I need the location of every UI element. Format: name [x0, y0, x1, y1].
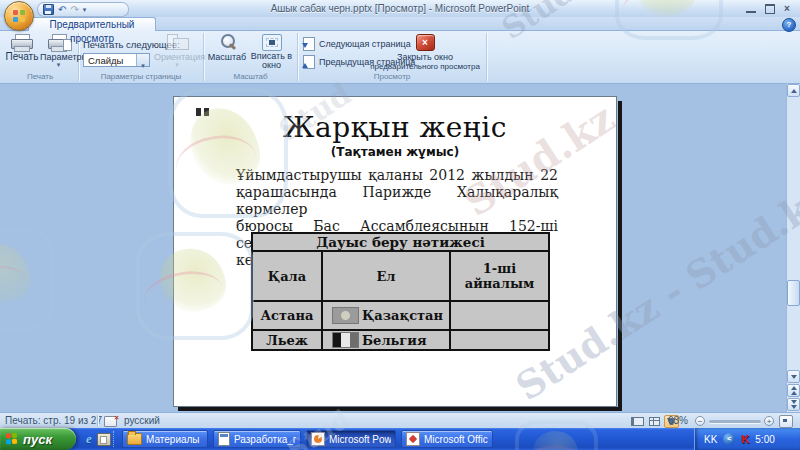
page-shadow [618, 101, 622, 411]
print-status: Печать: стр. 19 из 27 [5, 415, 102, 426]
table-row: Астана Қазақстан [252, 301, 549, 330]
scroll-up-button[interactable] [787, 84, 800, 97]
paragraph-line: Ұйымдастырушы қаланы 2012 жылдын 22 [236, 167, 558, 184]
folder-icon [127, 433, 142, 445]
column-header-city: Қала [252, 251, 322, 301]
powerpoint-print-preview-window: Ашык сабак черн.pptx [Просмотр] - Micros… [0, 0, 800, 450]
slide-subtitle: (Тақтамен жұмыс) [174, 145, 616, 159]
ribbon: Печать Параметры ▾ Печать Печатать следу… [0, 31, 800, 84]
taskbar-item-document[interactable]: Разработка_готовы... [213, 430, 301, 448]
scroll-down-button[interactable] [787, 370, 800, 383]
paragraph-line: қарашасында Парижде Халықаралық көрмелер [236, 184, 558, 218]
picture-manager-icon [406, 432, 420, 446]
group-label-page-setup: Параметры страницы [79, 72, 203, 81]
printer-options-icon [48, 34, 70, 51]
group-label-preview: Просмотр [298, 72, 486, 81]
dropdown-arrow-icon: ▾ [40, 62, 77, 68]
country-cell: Бельгия [322, 330, 450, 350]
taskbar-item-powerpoint[interactable]: Microsoft PowerPoint ... [306, 430, 396, 448]
slide-title: Жарқын жеңіс [174, 111, 616, 144]
zoom-out-button[interactable]: − [695, 416, 705, 426]
close-preview-icon: × [416, 34, 435, 51]
kazakhstan-flag [332, 307, 359, 324]
taskbar: пуск e Материалы Разработка_готовы... Mi… [0, 428, 800, 450]
print-what-value: Слайды [84, 54, 136, 66]
slide-sorter-view-button[interactable] [647, 415, 662, 428]
fit-slide-to-window-button[interactable] [779, 415, 793, 428]
close-print-preview-button[interactable]: × Закрыть окно предварительного просмотр… [368, 34, 482, 72]
window-controls: × [746, 3, 794, 14]
page-shadow [178, 407, 622, 411]
status-bar: Печать: стр. 19 из 27 × русский 63% − + [0, 412, 800, 428]
fit-to-window-icon [262, 34, 282, 51]
help-icon[interactable]: ? [782, 18, 796, 32]
document-icon [218, 432, 230, 446]
next-page-icon [303, 37, 315, 51]
office-logo-icon [13, 10, 25, 22]
taskbar-item-picture-manager[interactable]: Microsoft Office Pictu... [401, 430, 493, 448]
table-row: Льеж Бельгия [252, 330, 549, 350]
minimize-button[interactable] [746, 4, 756, 13]
zoom-slider-track[interactable] [709, 420, 761, 424]
combo-arrow-icon[interactable]: ▾ [136, 54, 149, 66]
belgium-flag [332, 332, 359, 348]
system-tray: KK < K 5:00 [694, 428, 800, 450]
previous-slide-button[interactable] [787, 384, 800, 397]
group-label-zoom: Масштаб [204, 72, 297, 81]
qat-customize-icon[interactable]: ▾ [83, 5, 87, 15]
zoom-button[interactable]: Масштаб [207, 34, 247, 72]
internet-explorer-icon[interactable]: e [82, 432, 96, 446]
close-window-button[interactable]: × [784, 4, 794, 13]
tab-print-preview[interactable]: Предварительный просмотр [28, 17, 156, 31]
country-cell: Қазақстан [322, 301, 450, 330]
taskbar-item-materials[interactable]: Материалы [122, 430, 208, 448]
zoom-in-button[interactable]: + [764, 416, 774, 426]
office-button[interactable] [4, 1, 34, 31]
group-zoom: Масштаб Вписать в окно Масштаб [204, 33, 298, 81]
redo-icon[interactable]: ↷ [70, 5, 78, 15]
dropdown-arrow-icon: ▾ [154, 62, 200, 68]
city-cell: Льеж [252, 330, 322, 350]
previous-page-icon [303, 55, 315, 69]
column-header-country: Ел [322, 251, 450, 301]
orientation-icon [166, 34, 188, 51]
start-button[interactable]: пуск [0, 428, 76, 450]
show-desktop-icon[interactable] [97, 432, 111, 446]
kaspersky-icon[interactable]: K [741, 433, 749, 445]
language-indicator[interactable]: русский [124, 415, 160, 426]
city-cell: Астана [252, 301, 322, 330]
print-button[interactable]: Печать [5, 34, 39, 72]
restore-button[interactable] [765, 4, 775, 14]
save-icon[interactable] [43, 4, 54, 15]
magnifier-icon [218, 34, 236, 51]
next-slide-button[interactable] [787, 398, 800, 411]
table-title: Дауыс беру нәтижесі [252, 233, 549, 251]
fit-to-window-button[interactable]: Вписать в окно [249, 34, 294, 72]
scrollbar-thumb[interactable] [787, 280, 800, 306]
printer-icon [11, 34, 33, 51]
group-label-print: Печать [2, 72, 78, 81]
window-title: Ашык сабак черн.pptx [Просмотр] - Micros… [130, 3, 670, 14]
orientation-button: Ориентация ▾ [154, 34, 200, 72]
clock: 5:00 [755, 434, 774, 445]
group-print: Печать Параметры ▾ Печать [2, 33, 79, 81]
spell-check-icon[interactable]: × [104, 416, 117, 427]
slide-page[interactable]: Жарқын жеңіс (Тақтамен жұмыс) Ұйымдастыр… [173, 96, 617, 407]
start-label: пуск [23, 432, 52, 447]
results-table: Дауыс беру нәтижесі Қала Ел 1-ші айналым… [251, 232, 550, 351]
column-header-round1: 1-ші айналым [450, 251, 549, 301]
print-what-dropdown[interactable]: Слайды ▾ [83, 53, 150, 67]
zoom-level[interactable]: 63% [668, 415, 688, 426]
round1-cell [450, 301, 549, 330]
keyboard-language-indicator[interactable]: KK [704, 434, 717, 445]
vertical-scrollbar[interactable] [786, 84, 800, 412]
undo-icon[interactable]: ↶ [58, 5, 66, 15]
round1-cell [450, 330, 549, 350]
normal-view-button[interactable] [630, 415, 645, 428]
quick-access-toolbar: ↶ ↷ ▾ [37, 2, 129, 17]
volume-icon[interactable]: < [723, 433, 735, 445]
windows-logo-icon [6, 433, 19, 446]
group-preview: Следующая страница Предыдущая страница ×… [298, 33, 487, 81]
powerpoint-icon [311, 432, 325, 446]
